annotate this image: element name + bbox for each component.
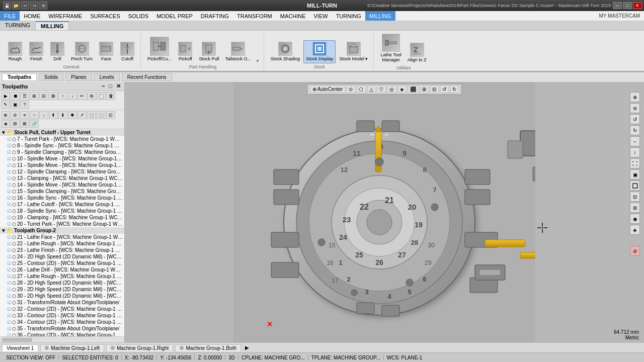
tp-tab-solids[interactable]: Solids	[39, 73, 63, 81]
menu-transform[interactable]: TRANSFORM	[233, 11, 276, 21]
vp-right-btn-14[interactable]: ⊘	[630, 246, 640, 256]
tree-group-15[interactable]: ▼📁Toolpath Group-2	[0, 227, 124, 234]
tp-btn-3[interactable]: ☰	[20, 92, 29, 100]
vp-tool-7[interactable]: ⬛	[408, 85, 419, 93]
machine-group-left-tab[interactable]: Machine Group-1.Left	[40, 344, 104, 351]
tp-btn-6[interactable]: ⊠	[49, 92, 58, 100]
vp-right-btn-8[interactable]: ▣	[630, 169, 640, 179]
tree-item-22[interactable]: ☑⬡27 - Lathe Rough - [WCS: Machine Group…	[0, 273, 124, 280]
tp-btn2-4[interactable]: ↑	[30, 111, 39, 119]
face-button[interactable]: Face	[96, 40, 116, 63]
tree-item-7[interactable]: ☑⬡13 - Clamping - [WCS: Machine Group-1 …	[0, 175, 124, 182]
tree-item-24[interactable]: ☑⬡29 - 2D High Speed (2D Dynamic Mill) -…	[0, 286, 124, 293]
tree-item-11[interactable]: ☑⬡17 - Lathe Cutoff - [WCS: Machine Grou…	[0, 201, 124, 208]
tree-group-0[interactable]: ▼📁Stock Pull, Cutoff - Upper Turret	[0, 129, 124, 136]
tp-btn-11[interactable]: 📋	[97, 92, 106, 100]
tp-btn2-6[interactable]: ⬆	[49, 111, 58, 119]
tp-btn-2[interactable]: ⏹	[11, 92, 20, 100]
menu-home[interactable]: HOME	[20, 11, 44, 21]
tp-btn-15[interactable]: ?	[20, 101, 29, 109]
pickoff-button[interactable]: Pickoff	[175, 40, 195, 63]
pickoff-cu-button[interactable]: Pickoff/Cu...	[145, 35, 174, 63]
tp-minimize-btn[interactable]: −	[100, 83, 106, 89]
tree-item-23[interactable]: ☑⬡28 - 2D High Speed (2D Dynamic Mill) -…	[0, 280, 124, 286]
tp-btn2-7[interactable]: ⬇	[58, 111, 67, 119]
vp-right-btn-13[interactable]: ◈	[630, 225, 640, 235]
tp-tab-recent[interactable]: Recent Functions	[122, 73, 172, 81]
settings-icon[interactable]: ⚙	[39, 2, 47, 10]
tree-item-9[interactable]: ☑⬡15 - Spindle Clamping - [WCS: Machine …	[0, 188, 124, 195]
autocenter-btn[interactable]: ⊕ AutoCenter	[310, 85, 346, 93]
tp-btn-12[interactable]: 🗑	[106, 92, 115, 100]
tree-item-12[interactable]: ☑⬡18 - Spindle Sync - [WCS: Machine Grou…	[0, 208, 124, 214]
cutoff-button[interactable]: Cutoff	[117, 40, 137, 63]
tree-item-2[interactable]: ☑⬡8 - Spindle Sync - [WCS: Machine Group…	[0, 142, 124, 149]
tp-btn-5[interactable]: ⊟	[39, 92, 48, 100]
tp-btn2-12[interactable]: ⊡	[106, 111, 115, 119]
vp-tool-10[interactable]: ↺	[440, 85, 449, 93]
vp-tool-5[interactable]: ◎	[387, 85, 396, 93]
tp-btn-10[interactable]: ⧉	[87, 92, 96, 100]
tp-float-btn[interactable]: □	[107, 83, 114, 89]
tp-btn2-11[interactable]: ⬚	[97, 111, 106, 119]
tp-btn2-2[interactable]: ⊘	[11, 111, 20, 119]
open-icon[interactable]: 📂	[12, 2, 20, 10]
lathe-tool-manager-button[interactable]: Lathe ToolManager	[378, 32, 404, 64]
tree-item-31[interactable]: ☑⬡36 - Contour (2D) - [WCS: Machine Grou…	[0, 332, 124, 336]
vp-right-btn-9[interactable]: 🔲	[630, 180, 640, 191]
tree-item-29[interactable]: ☑⬡34 - Contour (2D) - [WCS: Machine Grou…	[0, 319, 124, 325]
rough-button[interactable]: Rough	[5, 40, 25, 63]
tp-tab-planes[interactable]: Planes	[65, 73, 92, 81]
tree-item-1[interactable]: ☑⬡7 - Turret Park - [WCS: Machine Group-…	[0, 136, 124, 142]
tp-btn2-13[interactable]: ◈	[1, 120, 10, 128]
menu-model-prep[interactable]: MODEL PREP	[152, 11, 197, 21]
tp-btn-8[interactable]: ↓	[68, 92, 77, 100]
scroll-thumb[interactable]	[2, 338, 32, 342]
tp-btn2-1[interactable]: ⊕	[1, 111, 10, 119]
tree-item-17[interactable]: ☑⬡22 - Lathe Rough - [WCS: Machine Group…	[0, 240, 124, 247]
tailstock-button[interactable]: Tailstock O...	[222, 40, 254, 63]
vp-tool-11[interactable]: ↻	[450, 85, 459, 93]
vp-right-btn-4[interactable]: ↻	[630, 125, 640, 135]
pinch-turn-button[interactable]: Pinch Turn	[68, 40, 95, 63]
tree-item-27[interactable]: ☑⬡32 - Contour (2D) - [WCS: Machine Grou…	[0, 306, 124, 312]
tree-item-10[interactable]: ☑⬡16 - Spindle Sync - [WCS: Machine Grou…	[0, 195, 124, 201]
tree-item-16[interactable]: ☑⬡21 - Lathe Face - [WCS: Machine Group-…	[0, 234, 124, 240]
vp-right-btn-12[interactable]: ◉	[630, 214, 640, 224]
machine-group-right-tab[interactable]: Machine Group-1.Right	[106, 344, 173, 351]
stock-model-button[interactable]: Stock Model ▾	[337, 40, 370, 63]
machine-group-both-tab[interactable]: Machine Group-1.Both	[175, 344, 241, 351]
tab-milling[interactable]: MILLING	[36, 21, 69, 30]
horizontal-scrollbar[interactable]	[0, 336, 124, 342]
vp-tool-4[interactable]: ▽	[377, 85, 386, 93]
undo-icon[interactable]: ↩	[21, 2, 29, 10]
tree-item-26[interactable]: ☑⬡31 - Transform/Rotate About Origin/Too…	[0, 299, 124, 306]
menu-view[interactable]: VIEW	[310, 11, 332, 21]
vp-tool-2[interactable]: ⬡	[356, 85, 366, 93]
tab-turning[interactable]: TURNING	[0, 21, 36, 30]
tree-item-25[interactable]: ☑⬡30 - 2D High Speed (2D Dynamic Mill) -…	[0, 293, 124, 299]
tp-btn2-3[interactable]: ≡	[20, 111, 29, 119]
tp-tab-levels[interactable]: Levels	[94, 73, 120, 81]
tree-item-21[interactable]: ☑⬡26 - Lathe Drill - [WCS: Machine Group…	[0, 266, 124, 273]
viewsheet-tab[interactable]: Viewsheet 1	[2, 344, 38, 351]
menu-turning[interactable]: TURNING	[332, 11, 365, 21]
tp-btn-14[interactable]: ▣	[11, 101, 20, 109]
stock-pull-button[interactable]: Stock Pull	[196, 40, 221, 63]
tp-btn2-9[interactable]: ↗	[77, 111, 87, 119]
tree-item-6[interactable]: ☑⬡12 - Spindle Clamping - [WCS: Machine …	[0, 168, 124, 175]
restore-button[interactable]: □	[623, 2, 632, 9]
part-handling-more[interactable]: ▼	[255, 59, 261, 63]
tree-item-19[interactable]: ☑⬡24 - 2D High Speed (2D Dynamic Mill) -…	[0, 253, 124, 260]
vp-right-btn-2[interactable]: ⊖	[630, 103, 640, 113]
vp-right-btn-1[interactable]: ⊕	[630, 92, 640, 102]
tree-item-8[interactable]: ☑⬡14 - Spindle Move - [WCS: Machine Grou…	[0, 182, 124, 188]
tree-item-14[interactable]: ☑⬡20 - Turret Park - [WCS: Machine Group…	[0, 221, 124, 227]
my-mastercam-link[interactable]: MY MASTERCAM	[599, 13, 645, 19]
tp-btn2-14[interactable]: ⊞	[11, 120, 20, 128]
tp-btn-7[interactable]: ↑	[58, 92, 67, 100]
tree-item-20[interactable]: ☑⬡25 - Contour (2D) - [WCS: Machine Grou…	[0, 260, 124, 266]
menu-drafting[interactable]: DRAFTING	[197, 11, 233, 21]
finish-button[interactable]: Finish	[26, 40, 46, 63]
menu-file[interactable]: FILE	[0, 11, 20, 21]
